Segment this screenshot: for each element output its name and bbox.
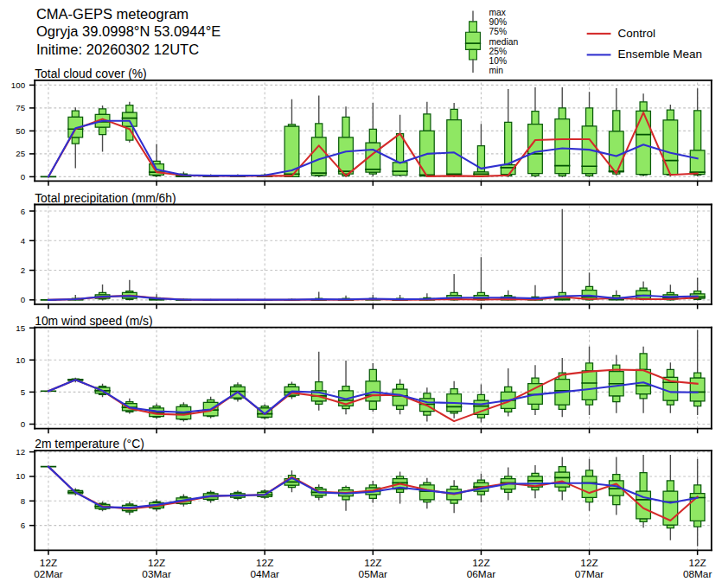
svg-text:6: 6 [21,521,25,530]
svg-text:75: 75 [16,103,25,112]
svg-text:2: 2 [21,265,25,275]
svg-text:10m wind speed (m/s): 10m wind speed (m/s) [35,314,153,328]
svg-text:Ogryja 39.0998°N 53.0944°E: Ogryja 39.0998°N 53.0944°E [36,23,220,40]
svg-text:06Mar: 06Mar [467,568,496,580]
svg-text:5: 5 [21,387,25,397]
svg-text:15: 15 [16,323,25,333]
svg-text:0: 0 [21,419,26,429]
svg-text:CMA-GEPS meteogram: CMA-GEPS meteogram [36,6,188,22]
svg-text:25: 25 [16,149,25,158]
svg-text:08Mar: 08Mar [683,568,712,580]
svg-text:04Mar: 04Mar [250,568,279,580]
svg-text:6: 6 [21,207,25,216]
svg-text:4: 4 [21,236,26,246]
svg-text:0: 0 [21,172,26,182]
svg-text:Total precipitation (mm/6h): Total precipitation (mm/6h) [35,191,176,205]
svg-text:Control: Control [618,27,655,40]
svg-text:02Mar: 02Mar [34,568,63,580]
svg-text:75%: 75% [489,27,508,36]
svg-text:Ensemble Mean: Ensemble Mean [618,48,702,61]
svg-text:25%: 25% [489,47,508,56]
svg-text:50: 50 [16,126,25,136]
svg-text:12: 12 [16,447,25,457]
svg-text:0: 0 [21,295,26,304]
svg-text:8: 8 [21,496,25,506]
svg-text:90%: 90% [489,17,508,27]
svg-text:min: min [489,66,504,75]
svg-text:Initime: 20260302 12UTC: Initime: 20260302 12UTC [36,42,199,58]
svg-text:10: 10 [16,471,25,481]
svg-text:2m temperature (°C): 2m temperature (°C) [35,437,144,451]
svg-text:median: median [489,37,519,47]
svg-text:Total cloud cover (%): Total cloud cover (%) [35,67,147,80]
svg-text:10%: 10% [489,56,508,66]
svg-text:07Mar: 07Mar [575,568,604,580]
svg-text:100: 100 [11,80,26,90]
svg-text:max: max [489,8,507,17]
svg-text:10: 10 [16,355,25,365]
svg-text:03Mar: 03Mar [142,568,171,580]
svg-text:05Mar: 05Mar [359,568,388,580]
